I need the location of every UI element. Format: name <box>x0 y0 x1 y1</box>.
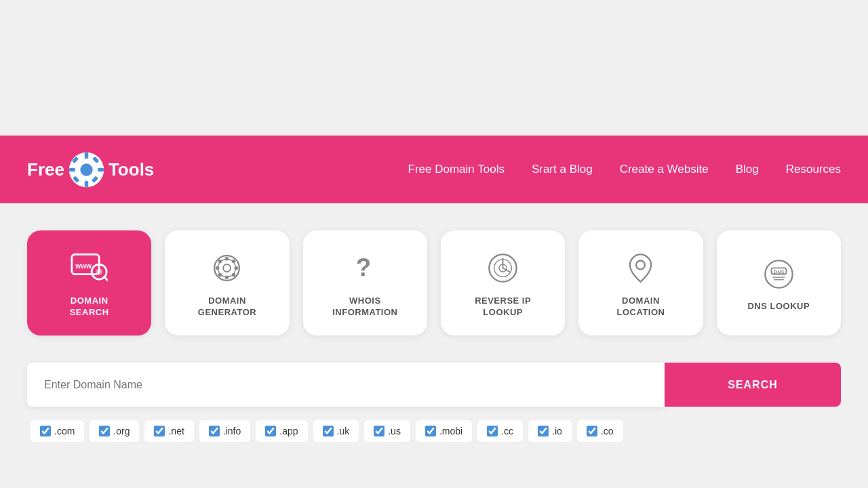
tool-card-whois[interactable]: ? WHOISINFORMATION <box>303 230 427 336</box>
tld-label: .app <box>279 426 298 436</box>
logo-gear-icon <box>68 151 105 188</box>
domain-generator-icon <box>207 248 248 289</box>
tld-label: .us <box>388 426 401 436</box>
tld-label: .info <box>223 426 241 436</box>
reverse-ip-label: REVERSE IPLOOKUP <box>475 296 531 319</box>
main-content: www DOMAINSEARCH <box>0 203 868 488</box>
tld-checkbox-us[interactable] <box>374 426 384 436</box>
domain-location-label: DOMAINLOCATION <box>617 296 665 319</box>
tool-card-reverse-ip[interactable]: REVERSE IPLOOKUP <box>441 230 565 336</box>
tld-checkbox-net[interactable] <box>154 426 165 436</box>
svg-point-32 <box>223 264 231 272</box>
tld-label: .com <box>54 426 75 436</box>
search-input-wrapper <box>27 363 665 407</box>
svg-rect-2 <box>85 152 89 158</box>
tld-item-uk[interactable]: .uk <box>313 420 359 442</box>
tld-item-co[interactable]: .co <box>577 420 623 442</box>
tool-card-domain-location[interactable]: DOMAINLOCATION <box>578 230 703 336</box>
tld-label: .co <box>601 426 614 436</box>
tld-checkbox-uk[interactable] <box>323 426 334 436</box>
svg-text:?: ? <box>356 253 371 281</box>
tld-checkbox-cc[interactable] <box>487 426 498 436</box>
domain-location-icon <box>620 248 661 289</box>
nav-links: Free Domain Tools Srart a Blog Create a … <box>408 163 841 176</box>
search-input[interactable] <box>27 363 665 407</box>
svg-rect-3 <box>85 181 89 187</box>
tld-checkbox-app[interactable] <box>265 426 276 436</box>
svg-point-39 <box>637 261 646 270</box>
tld-item-info[interactable]: .info <box>199 420 250 442</box>
tld-label: .org <box>113 426 130 436</box>
tool-card-domain-generator[interactable]: DOMAINGENERATOR <box>165 230 289 336</box>
svg-point-14 <box>96 269 102 275</box>
nav-free-domain-tools[interactable]: Free Domain Tools <box>408 163 505 176</box>
tld-label: .io <box>552 426 562 436</box>
tld-item-us[interactable]: .us <box>364 420 410 442</box>
navbar: Free Tools Free Domain Tools Srart a Blo… <box>0 136 868 203</box>
tld-checkbox-mobi[interactable] <box>425 426 436 436</box>
dns-lookup-icon: DNS <box>758 253 799 294</box>
svg-point-1 <box>80 163 92 176</box>
tld-item-app[interactable]: .app <box>256 420 307 442</box>
reverse-ip-icon <box>483 248 524 289</box>
tld-checkbox-io[interactable] <box>538 426 549 436</box>
tool-cards: www DOMAINSEARCH <box>27 230 841 336</box>
svg-rect-4 <box>69 167 75 171</box>
domain-search-icon: www <box>69 248 110 289</box>
search-area: SEARCH <box>27 363 841 407</box>
svg-text:DNS: DNS <box>774 268 785 274</box>
whois-label: WHOISINFORMATION <box>332 296 397 319</box>
tld-label: .net <box>168 426 184 436</box>
domain-generator-label: DOMAINGENERATOR <box>198 296 256 319</box>
logo[interactable]: Free Tools <box>27 151 154 188</box>
nav-start-blog[interactable]: Srart a Blog <box>532 163 593 176</box>
domain-search-label: DOMAINSEARCH <box>70 296 109 319</box>
tool-card-dns-lookup[interactable]: DNS DNS LOOKUP <box>717 230 841 336</box>
svg-text:www: www <box>75 262 92 270</box>
search-button[interactable]: SEARCH <box>665 363 841 407</box>
ad-banner <box>0 0 868 136</box>
tld-item-mobi[interactable]: .mobi <box>416 420 472 442</box>
tool-card-domain-search[interactable]: www DOMAINSEARCH <box>27 230 151 336</box>
tld-item-com[interactable]: .com <box>31 420 84 442</box>
nav-resources[interactable]: Resources <box>786 163 841 176</box>
tld-checkbox-co[interactable] <box>587 426 597 436</box>
tld-checkbox-info[interactable] <box>209 426 220 436</box>
dns-lookup-label: DNS LOOKUP <box>747 301 810 312</box>
tld-item-net[interactable]: .net <box>144 420 193 442</box>
tld-checkbox-com[interactable] <box>40 426 51 436</box>
tld-label: .mobi <box>439 426 462 436</box>
svg-rect-5 <box>98 167 104 171</box>
tld-label: .uk <box>337 426 350 436</box>
whois-icon: ? <box>344 248 385 289</box>
nav-create-website[interactable]: Create a Website <box>620 163 709 176</box>
svg-line-13 <box>104 277 108 281</box>
tld-item-io[interactable]: .io <box>528 420 572 442</box>
nav-blog[interactable]: Blog <box>736 163 759 176</box>
logo-text-tools: Tools <box>108 159 154 180</box>
logo-text-free: Free <box>27 159 64 180</box>
tld-label: .cc <box>501 426 513 436</box>
tld-checkboxes: .com.org.net.info.app.uk.us.mobi.cc.io.c… <box>27 420 841 442</box>
tld-checkbox-org[interactable] <box>99 426 110 436</box>
tld-item-cc[interactable]: .cc <box>477 420 523 442</box>
tld-item-org[interactable]: .org <box>90 420 139 442</box>
